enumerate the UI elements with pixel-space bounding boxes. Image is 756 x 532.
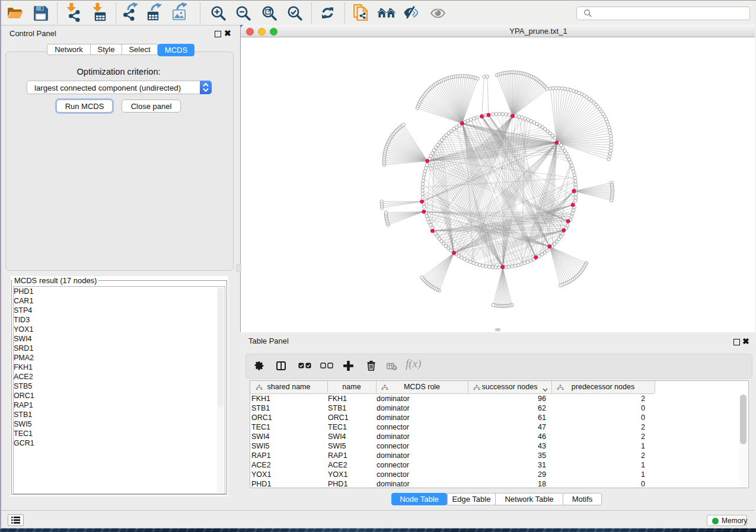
svg-text:f(x): f(x) (406, 358, 421, 370)
